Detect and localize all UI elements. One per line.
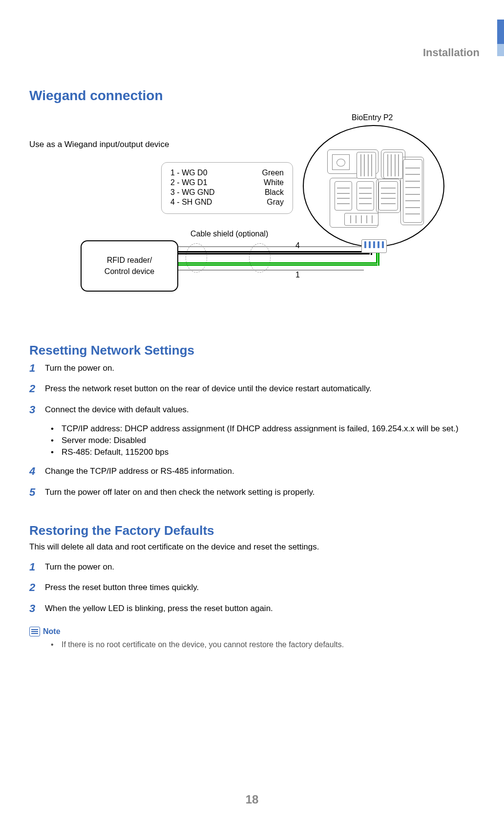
reset-step-1: 1 Turn the power on.: [29, 362, 475, 375]
note-icon: [29, 627, 40, 636]
section-factory-defaults-title: Restoring the Factory Defaults: [29, 523, 475, 538]
factory-defaults-intro: This will delete all data and root certi…: [29, 542, 475, 552]
chapter-title: Installation: [423, 46, 480, 59]
section-reset-network-title: Resetting Network Settings: [29, 343, 475, 358]
page-number: 18: [0, 793, 504, 806]
connector-port: [361, 239, 387, 253]
wire-num-1: 1: [295, 271, 300, 279]
wire-num-4: 4: [295, 241, 300, 250]
cable-shield-label: Cable shield (optional): [190, 230, 268, 238]
rfid-label: RFID reader/Control device: [105, 255, 154, 277]
reset-step-5: 5 Turn the power off later on and then c…: [29, 486, 475, 499]
note-item: If there is no root certificate on the d…: [51, 640, 475, 649]
rfid-reader-box: RFID reader/Control device: [81, 240, 178, 292]
wiegand-diagram: Use as a Wiegand input/output device Bio…: [29, 113, 475, 318]
reset-step-3: 3 Connect the device with default values…: [29, 403, 475, 416]
factory-step-3: 3 When the yellow LED is blinking, press…: [29, 602, 475, 615]
use-as-label: Use as a Wiegand input/output device: [29, 140, 169, 149]
default-values-list: TCP/IP address: DHCP address assignment …: [51, 424, 475, 457]
section-wiegand-title: Wiegand connection: [29, 88, 475, 104]
device-label: BioEntry P2: [352, 113, 393, 122]
pin-table: 1 - WG D0Green 2 - WG D1White 3 - WG GND…: [161, 162, 293, 214]
factory-step-1: 1 Turn the power on.: [29, 561, 475, 573]
note-label: Note: [43, 627, 61, 636]
bioentry-p2-device-drawing: [303, 125, 444, 255]
note-section: Note If there is no root certificate on …: [29, 627, 475, 649]
reset-step-4: 4 Change the TCP/IP address or RS-485 in…: [29, 465, 475, 478]
reset-step-2: 2 Press the network reset button on the …: [29, 382, 475, 395]
factory-step-2: 2 Press the reset button three times qui…: [29, 581, 475, 594]
